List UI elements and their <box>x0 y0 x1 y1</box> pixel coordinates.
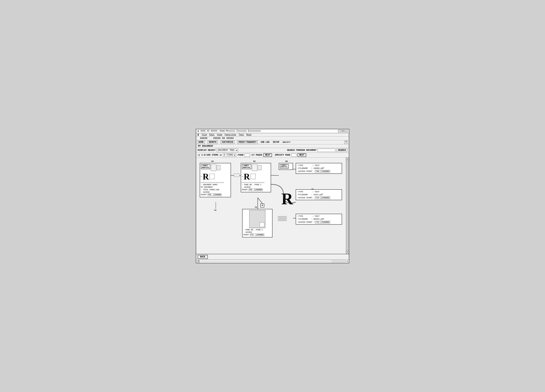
pages-label: /17 PAGES <box>251 154 262 156</box>
node-64-right-label: RIGHT: <box>201 194 207 196</box>
display-object-label: DISPLAY OBJECT <box>198 149 216 152</box>
info1-access-input[interactable] <box>315 170 321 172</box>
node-72-info: · PAGE NO. :PAGE 2 · ACCESS RIGHT: CHANG… <box>243 229 271 236</box>
node-72-change-btn[interactable]: CHANGE <box>256 234 264 236</box>
info-box-1: ·TYPE : TEXT ·FILENAME : A3008.pdf ·ACCE… <box>296 163 342 174</box>
maximize-btn[interactable]: ■ <box>341 130 344 132</box>
n70-type: ·TYPE : TEXT <box>297 190 341 193</box>
menu-bar: ▐ File Edit View Favorites Tool Help <box>196 133 349 136</box>
node-64-docname-label: · DOCUMENT NAME: <box>201 184 230 186</box>
specify-next-button[interactable]: NEXT <box>297 153 306 157</box>
node-64-label: 64 <box>211 160 214 162</box>
node-64-thumb2 <box>217 165 220 170</box>
page-input[interactable] <box>245 153 250 157</box>
n70-access-label: ·ACCESS RIGNT : <box>297 196 315 199</box>
node-62-r-area: ← R <box>242 172 270 182</box>
node-64-box <box>210 174 215 179</box>
node-64-r: R <box>203 172 209 182</box>
per-page-label: /PAGE <box>237 154 244 156</box>
search-button[interactable]: SEARCH <box>336 149 347 152</box>
title-bar-controls: □ ■ ✕ <box>338 130 348 132</box>
n70-change-btn[interactable]: CHANGE <box>321 196 330 199</box>
next-button[interactable]: NEXT <box>263 153 272 157</box>
node-64-top: CONFI-DENTIAL <box>201 164 230 171</box>
node-64-r-area: ← R <box>201 172 230 182</box>
window-icon: 🗎 <box>197 130 199 132</box>
node-72-access: · ACCESS <box>243 231 271 234</box>
node-64-docname: MY DOCUMENT <box>201 186 230 189</box>
scroll-up-btn[interactable]: ▲ <box>346 158 349 161</box>
node-60: CONFI-DENTIAL <box>279 163 293 170</box>
node-62-thumb2 <box>258 165 261 170</box>
items-range: «( 1-6/100 ITEMS )» <box>198 154 222 156</box>
status-bar: 🗎 ⊘ <box>196 260 349 263</box>
node-62-confidential: CONFI-DENTIAL <box>242 164 251 169</box>
node-64-access-input[interactable] <box>208 194 213 196</box>
info1-access-row: ·ACCESS RIGHT : CHANGE <box>297 170 341 173</box>
node-62-pageno: · PAGE NO. :PAGE 1 <box>242 184 270 186</box>
node-64-lines <box>201 182 224 183</box>
nav-customize[interactable]: CUSTOMIZE <box>220 141 235 144</box>
nb4-access-input[interactable] <box>315 221 321 223</box>
node-64-confidential: CONFI-DENTIAL <box>201 164 210 169</box>
node-62-arrow: ← <box>242 175 244 178</box>
node-62-access-input[interactable] <box>249 189 254 191</box>
menu-file[interactable]: File <box>202 134 207 136</box>
page2-thumb <box>249 210 265 228</box>
n70-access-row: ·ACCESS RIGNT : CHANGE <box>297 196 341 199</box>
nav-home[interactable]: HOME <box>197 141 205 144</box>
node-62-access: · ACCESS <box>242 186 270 189</box>
node-64-change-btn[interactable]: CHANGE <box>214 194 222 196</box>
close-btn[interactable]: ✕ <box>345 130 348 132</box>
items-per-page[interactable]: 6 ITEMS <box>223 153 236 157</box>
nav-sep5 <box>270 141 272 143</box>
plus-icon[interactable]: + <box>260 204 264 208</box>
main-content: 64 CONFI-DENTIAL ← R <box>196 158 349 254</box>
nav-print[interactable]: PRINT/TRANSMIT <box>237 141 258 144</box>
status-divider <box>202 261 331 261</box>
info1-filename: ·FILENAME : A3008.pdf <box>297 167 341 170</box>
window-title: XXXX XX XXXXX--Home-Mxxxxxx Ixxxxxxx Exx… <box>200 130 261 132</box>
nav-remote[interactable]: REMOTE <box>208 141 218 144</box>
node-64-info: · DOCUMENT NAME: MY DOCUMENT · TOTAL PAG… <box>201 184 230 196</box>
nav-setup[interactable]: SETUP <box>273 141 279 143</box>
menu-favorites[interactable]: Favorites <box>225 134 236 136</box>
node-72-access-input[interactable] <box>250 234 256 236</box>
nb4-change-btn[interactable]: CHANGE <box>321 221 330 223</box>
nav-joblog[interactable]: JOB LOG <box>260 141 269 143</box>
page2-inner-box <box>260 222 264 227</box>
n70-access-input[interactable] <box>315 196 321 199</box>
menu-help[interactable]: Help <box>246 134 251 136</box>
menu-edit[interactable]: Edit <box>209 134 215 136</box>
node-62-change-btn[interactable]: CHANGE <box>255 189 263 191</box>
search-input[interactable] <box>318 149 335 152</box>
status-progress <box>332 260 346 262</box>
display-object-dropdown[interactable]: DOCUMENT TREE <box>217 148 238 152</box>
section-header: MY DOCUMENT <box>196 144 349 148</box>
info1-type: ·TYPE : TEXT <box>297 164 341 167</box>
scroll-track <box>346 161 349 251</box>
node-62: CONFI-DENTIAL ← R · PAGE NO <box>241 163 271 192</box>
nav-sep2 <box>218 141 220 143</box>
menu-tool[interactable]: Tool <box>239 134 244 136</box>
nav-more[interactable]: more>> <box>283 141 290 143</box>
node-64-thumbs <box>211 164 220 171</box>
status-resize: ⊘ <box>347 260 348 262</box>
nav-help[interactable]: ? <box>344 141 348 144</box>
section-title: MY DOCUMENT <box>198 145 213 147</box>
nav-bar: HOME REMOTE CUSTOMIZE PRINT/TRANSMIT JOB… <box>196 140 349 144</box>
back-button[interactable]: BACK <box>198 255 208 259</box>
node-62-thumb1 <box>252 164 257 171</box>
info-box-70: ·TYPE : TEXT ·FILENAME : 3323.pdf ·ACCES… <box>296 189 342 200</box>
nb4-type: ·TYPE : TEXT <box>297 215 341 218</box>
menu-view[interactable]: View <box>217 134 222 136</box>
info1-change-btn[interactable]: CHANGE <box>321 170 330 172</box>
info1-access-label: ·ACCESS RIGHT : <box>297 170 315 173</box>
specify-page-input[interactable] <box>291 153 296 157</box>
node-64-access: · ACCESS <box>201 191 230 194</box>
display-bar: DISPLAY OBJECT DOCUMENT TREE SEARCH THRO… <box>196 148 349 153</box>
node-64-thumb1 <box>211 164 216 171</box>
minimize-btn[interactable]: □ <box>338 130 341 132</box>
scroll-down-btn[interactable]: ▼ <box>346 251 349 254</box>
n70-filename: ·FILENAME : 3323.pdf <box>297 193 341 196</box>
